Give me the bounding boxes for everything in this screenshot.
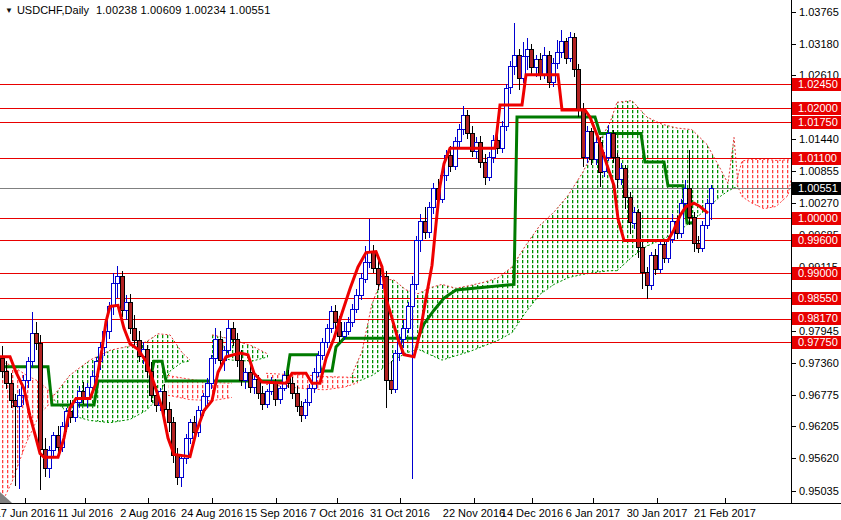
candle-bear [577, 69, 581, 110]
price-axis-tick [792, 203, 796, 204]
candle-bull [116, 276, 120, 283]
candle-bull [458, 130, 462, 142]
candle-bull [355, 295, 359, 309]
time-axis-label: 31 Oct 2016 [370, 507, 430, 519]
candle-bull [360, 279, 364, 296]
candle-bull [214, 339, 218, 358]
candle-bear [565, 42, 569, 59]
candle-bull [86, 388, 90, 399]
candle-bear [14, 401, 18, 407]
candle-bull [684, 188, 688, 203]
candle-bull [419, 221, 423, 240]
candle-bull [279, 389, 283, 400]
candle-bull [543, 55, 547, 75]
candle-bull [308, 389, 312, 403]
candle-bull [650, 256, 654, 286]
time-axis-label: 30 Jan 2017 [627, 507, 688, 519]
candle-bull [607, 134, 611, 158]
time-axis-label: 7 Oct 2016 [310, 507, 364, 519]
candle-bull [710, 188, 714, 203]
candle-bull [227, 328, 231, 350]
candle-bear [479, 143, 483, 163]
candle-bear [590, 132, 594, 159]
quote-ohlc-label: 1.00238 1.00609 1.00234 1.00551 [96, 4, 270, 16]
candle-bull [701, 225, 705, 249]
candle-bull [31, 334, 35, 361]
candle-bear [424, 221, 428, 232]
time-axis-label: 22 Nov 2016 [443, 507, 505, 519]
candle-bear [663, 245, 667, 258]
symbol-marker-icon: ▼ [5, 6, 13, 15]
price-axis-tick [792, 395, 796, 396]
level-price-label[interactable]: 0.97750 [792, 336, 841, 349]
level-price-label[interactable]: 0.99600 [792, 234, 841, 247]
candle-bear [232, 328, 236, 339]
candle-bear [629, 198, 633, 223]
level-price-label[interactable]: 0.98170 [792, 312, 841, 325]
price-axis-tick [792, 75, 796, 76]
price-axis[interactable]: 1.037651.031801.026101.014401.008551.002… [791, 0, 841, 503]
price-axis-tick [792, 426, 796, 427]
candle-bear [291, 383, 295, 393]
candle-bull [206, 383, 210, 397]
chart-plot-area[interactable]: ▼USDCHF,Daily1.00238 1.00609 1.00234 1.0… [0, 0, 792, 503]
candle-bear [236, 339, 240, 360]
price-axis-label: 0.95620 [792, 452, 839, 465]
mt4-chart-window: ▼USDCHF,Daily1.00238 1.00609 1.00234 1.0… [0, 0, 841, 520]
candle-bull [432, 188, 436, 207]
candle-bull [78, 391, 82, 402]
level-price-label[interactable]: 1.00000 [792, 212, 841, 225]
candle-bear [654, 256, 658, 269]
candle-bull [454, 142, 458, 167]
candle-bull [351, 309, 355, 323]
candle-bear [612, 134, 616, 158]
candle-bull [343, 331, 347, 337]
candle-bear [390, 380, 394, 389]
candle-bull [552, 64, 556, 83]
price-axis-tick [792, 44, 796, 45]
candle-bear [121, 276, 125, 311]
candle-bull [428, 208, 432, 233]
level-price-label[interactable]: 0.99000 [792, 267, 841, 280]
price-axis-label: 0.95035 [792, 485, 839, 498]
candle-bull [586, 132, 590, 157]
candle-bear [334, 312, 338, 323]
candle-bull [501, 126, 505, 148]
price-axis-label: 0.96775 [792, 389, 839, 402]
chart-canvas[interactable] [0, 0, 792, 503]
candle-bull [74, 402, 78, 417]
candle-bull [326, 328, 330, 342]
candle-bull [304, 402, 308, 415]
candle-bear [548, 55, 552, 82]
level-price-label[interactable]: 0.98550 [792, 292, 841, 305]
candle-bear [582, 110, 586, 157]
level-price-label[interactable]: 1.02000 [792, 102, 841, 115]
level-price-label[interactable]: 1.01750 [792, 116, 841, 129]
price-axis-tick [792, 491, 796, 492]
candle-bull [569, 38, 573, 59]
candle-bull [189, 423, 193, 438]
candle-bull [253, 380, 257, 388]
candle-bear [484, 163, 488, 178]
candle-bull [488, 157, 492, 177]
candle-bear [35, 334, 39, 344]
candle-bear [296, 393, 300, 406]
candle-bear [57, 435, 61, 448]
candle-bull [52, 435, 56, 450]
candle-bull [509, 66, 513, 88]
candle-bear [693, 218, 697, 244]
level-price-label[interactable]: 1.02450 [792, 78, 841, 91]
candle-bull [317, 356, 321, 373]
candle-bull [125, 302, 129, 311]
candle-bear [168, 410, 172, 423]
level-price-label[interactable]: 1.01100 [792, 152, 841, 165]
candle-bull [415, 241, 419, 285]
time-axis-label: 14 Dec 2016 [501, 507, 563, 519]
candle-bear [573, 38, 577, 70]
time-axis[interactable]: 17 Jun 201611 Jul 20162 Aug 201624 Aug 2… [0, 503, 841, 520]
candle-bull [505, 88, 509, 126]
candle-bull [27, 361, 31, 380]
candle-bull [633, 212, 637, 223]
candle-bull [659, 245, 663, 269]
candle-bull [313, 372, 317, 389]
